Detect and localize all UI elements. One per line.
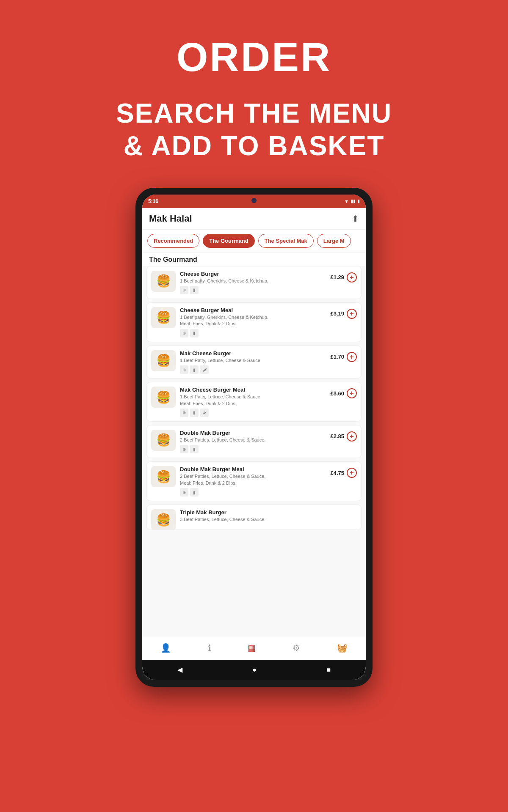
item-image-2: 🍔	[151, 307, 176, 328]
device: 5:16 ▼ ▮▮ ▮ Mak Halal ⬆ Recommended The …	[135, 188, 373, 687]
item-tags-2: ⊕ ▮	[180, 329, 326, 337]
tag-halal-icon-4: ⊕	[180, 409, 188, 417]
tag-halal-icon-6: ⊕	[180, 488, 188, 497]
item-info-6: Double Mak Burger Meal 2 Beef Patties, L…	[180, 466, 326, 497]
item-name-1: Cheese Burger	[180, 271, 326, 277]
item-tags-4: ⊕ ▮ 🌶	[180, 409, 326, 417]
tag-info-icon-2: ▮	[190, 329, 199, 337]
menu-item-triple-mak-burger[interactable]: 🍔 Triple Mak Burger 3 Beef Patties, Lett…	[146, 505, 362, 530]
battery-icon: ▮	[357, 198, 360, 204]
item-name-5: Double Mak Burger	[180, 430, 326, 436]
page-title: ORDER	[177, 34, 332, 80]
nav-menu[interactable]: ▦	[248, 643, 256, 653]
basket-icon: 🧺	[337, 643, 348, 653]
item-price-5: £2.85	[330, 433, 344, 439]
nav-info[interactable]: ℹ	[208, 643, 211, 653]
signal-icon: ▮▮	[351, 198, 356, 204]
tag-info-icon-3: ▮	[190, 365, 199, 374]
nav-basket[interactable]: 🧺	[337, 643, 348, 653]
menu-item-mak-cheese-burger[interactable]: 🍔 Mak Cheese Burger 1 Beef Patty, Lettuc…	[146, 346, 362, 379]
item-name-2: Cheese Burger Meal	[180, 307, 326, 313]
item-price-add-6: £4.75 +	[330, 468, 357, 478]
menu-item-cheese-burger-meal[interactable]: 🍔 Cheese Burger Meal 1 Beef patty, Gherk…	[146, 302, 362, 342]
item-name-3: Mak Cheese Burger	[180, 350, 326, 357]
item-info-5: Double Mak Burger 2 Beef Patties, Lettuc…	[180, 430, 326, 453]
item-price-add-4: £3.60 +	[330, 388, 357, 398]
item-price-add-3: £1.70 +	[330, 352, 357, 362]
tag-halal-icon: ⊕	[180, 286, 188, 294]
bottom-nav: 👤 ℹ ▦ ⚙ 🧺	[142, 637, 366, 660]
item-image-4: 🍔	[151, 387, 176, 408]
tag-info-icon-4: ▮	[190, 409, 199, 417]
item-image-7: 🍔	[151, 509, 176, 530]
home-button[interactable]: ●	[252, 666, 257, 674]
tag-info-icon: ▮	[190, 286, 199, 294]
section-header: The Gourmand	[142, 252, 366, 266]
info-icon: ℹ	[208, 643, 211, 653]
tag-halal-icon-3: ⊕	[180, 365, 188, 374]
tag-halal-icon-2: ⊕	[180, 329, 188, 337]
add-button-2[interactable]: +	[347, 309, 357, 319]
tab-special-mak[interactable]: The Special Mak	[258, 234, 314, 248]
tab-gourmand[interactable]: The Gourmand	[203, 234, 254, 248]
tag-halal-icon-5: ⊕	[180, 445, 188, 453]
menu-list[interactable]: 🍔 Cheese Burger 1 Beef patty, Gherkins, …	[142, 266, 366, 637]
item-tags-3: ⊕ ▮ 🌶	[180, 365, 326, 374]
tab-large[interactable]: Large M	[317, 234, 351, 248]
item-name-4: Mak Cheese Burger Meal	[180, 387, 326, 393]
item-image-1: 🍔	[151, 271, 176, 292]
back-button[interactable]: ◀	[177, 666, 182, 674]
item-price-4: £3.60	[330, 390, 344, 397]
item-name-7: Triple Mak Burger	[180, 509, 357, 516]
nav-profile[interactable]: 👤	[160, 643, 171, 653]
tag-info-icon-6: ▮	[190, 488, 199, 497]
tag-spice-icon-3: 🌶	[200, 365, 209, 374]
item-info-1: Cheese Burger 1 Beef patty, Gherkins, Ch…	[180, 271, 326, 294]
category-tabs: Recommended The Gourmand The Special Mak…	[142, 230, 366, 252]
item-tags-6: ⊕ ▮	[180, 488, 326, 497]
add-button-3[interactable]: +	[347, 352, 357, 362]
item-price-3: £1.70	[330, 354, 344, 360]
device-screen: 5:16 ▼ ▮▮ ▮ Mak Halal ⬆ Recommended The …	[142, 195, 366, 680]
item-desc-4: 1 Beef Patty, Lettuce, Cheese & SauceMea…	[180, 394, 326, 407]
item-desc-5: 2 Beef Patties, Lettuce, Cheese & Sauce.	[180, 437, 326, 443]
item-info-2: Cheese Burger Meal 1 Beef patty, Gherkin…	[180, 307, 326, 337]
share-icon[interactable]: ⬆	[352, 214, 359, 224]
tag-info-icon-5: ▮	[190, 445, 199, 453]
add-button-4[interactable]: +	[347, 388, 357, 398]
app-header: Mak Halal ⬆	[142, 208, 366, 230]
tag-spice-icon-4: 🌶	[200, 409, 209, 417]
item-image-6: 🍔	[151, 466, 176, 487]
device-camera	[251, 198, 257, 203]
item-desc-6: 2 Beef Patties, Lettuce, Cheese & Sauce.…	[180, 473, 326, 486]
item-tags-5: ⊕ ▮	[180, 445, 326, 453]
recents-button[interactable]: ■	[327, 666, 331, 674]
item-price-6: £4.75	[330, 470, 344, 476]
item-price-2: £3.19	[330, 310, 344, 317]
android-nav: ◀ ● ■	[142, 660, 366, 680]
item-image-5: 🍔	[151, 430, 176, 451]
item-price-add-5: £2.85 +	[330, 431, 357, 442]
page-subtitle: SEARCH THE MENU& ADD TO BASKET	[116, 97, 392, 162]
tab-recommended[interactable]: Recommended	[147, 234, 199, 248]
app-title: Mak Halal	[149, 213, 192, 224]
item-desc-2: 1 Beef patty, Gherkins, Cheese & Ketchup…	[180, 314, 326, 327]
add-button-5[interactable]: +	[347, 431, 357, 442]
item-name-6: Double Mak Burger Meal	[180, 466, 326, 472]
add-button-1[interactable]: +	[347, 272, 357, 283]
item-info-3: Mak Cheese Burger 1 Beef Patty, Lettuce,…	[180, 350, 326, 374]
item-info-4: Mak Cheese Burger Meal 1 Beef Patty, Let…	[180, 387, 326, 417]
add-button-6[interactable]: +	[347, 468, 357, 478]
menu-item-double-mak-burger[interactable]: 🍔 Double Mak Burger 2 Beef Patties, Lett…	[146, 425, 362, 458]
menu-item-cheese-burger[interactable]: 🍔 Cheese Burger 1 Beef patty, Gherkins, …	[146, 266, 362, 299]
settings-icon: ⚙	[293, 643, 300, 653]
menu-item-mak-cheese-burger-meal[interactable]: 🍔 Mak Cheese Burger Meal 1 Beef Patty, L…	[146, 382, 362, 422]
menu-item-double-mak-burger-meal[interactable]: 🍔 Double Mak Burger Meal 2 Beef Patties,…	[146, 461, 362, 501]
nav-settings[interactable]: ⚙	[293, 643, 300, 653]
item-info-7: Triple Mak Burger 3 Beef Patties, Lettuc…	[180, 509, 357, 523]
item-desc-3: 1 Beef Patty, Lettuce, Cheese & Sauce	[180, 357, 326, 364]
status-time: 5:16	[148, 198, 158, 204]
status-icons: ▼ ▮▮ ▮	[344, 198, 360, 204]
item-price-1: £1.29	[330, 274, 344, 280]
item-image-3: 🍔	[151, 350, 176, 371]
